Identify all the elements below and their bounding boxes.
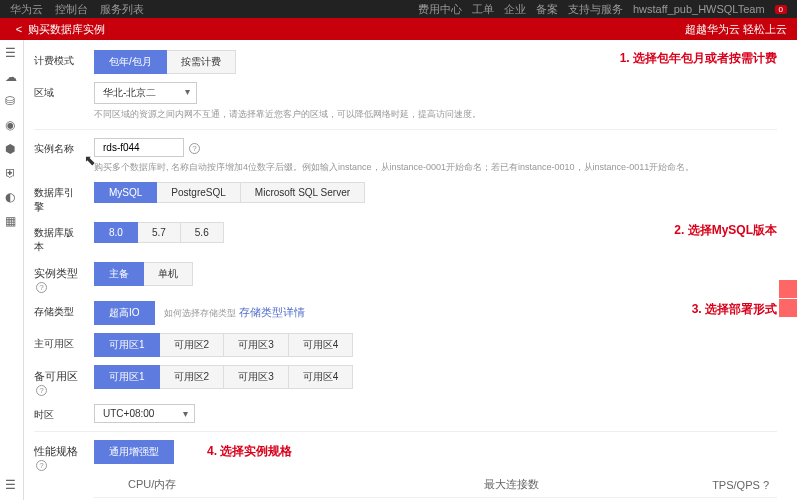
nav-cost[interactable]: 费用中心 [418, 2, 462, 17]
storage-ultraio[interactable]: 超高IO [94, 301, 155, 325]
type-ha[interactable]: 主备 [94, 262, 144, 286]
tz-label: 时区 [34, 404, 82, 422]
engine-group: MySQL PostgreSQL Microsoft SQL Server [94, 182, 777, 203]
version-label: 数据库版本 [34, 222, 82, 254]
nav-user[interactable]: hwstaff_pub_HWSQLTeam [633, 3, 765, 15]
name-hint: 购买多个数据库时, 名称自动按序增加4位数字后缀。例如输入instance，从i… [94, 161, 777, 174]
monitor-icon[interactable]: ◐ [5, 190, 19, 204]
top-nav-right: 费用中心 工单 企业 备案 支持与服务 hwstaff_pub_HWSQLTea… [418, 2, 787, 17]
type-group: 主备 单机 [94, 262, 777, 286]
version-56[interactable]: 5.6 [181, 222, 224, 243]
standby-az1[interactable]: 可用区1 [94, 365, 160, 389]
page-header: < 购买数据库实例 超越华为云 轻松上云 [0, 18, 797, 40]
primary-az4[interactable]: 可用区4 [289, 333, 354, 357]
primary-label: 主可用区 [34, 333, 82, 351]
type-single[interactable]: 单机 [144, 262, 193, 286]
billing-ondemand[interactable]: 按需计费 [167, 50, 236, 74]
nav-enterprise[interactable]: 企业 [504, 2, 526, 17]
version-80[interactable]: 8.0 [94, 222, 138, 243]
logo[interactable]: 华为云 [10, 2, 43, 17]
storage-hint: 如何选择存储类型 [164, 308, 236, 318]
engine-pg[interactable]: PostgreSQL [157, 182, 240, 203]
annotation-2: 2. 选择MySQL版本 [674, 222, 777, 239]
storage-link[interactable]: 存储类型详情 [239, 306, 305, 318]
msg-badge[interactable]: 0 [775, 5, 787, 14]
top-nav: 华为云 控制台 服务列表 费用中心 工单 企业 备案 支持与服务 hwstaff… [0, 0, 797, 18]
billing-label: 计费模式 [34, 50, 82, 68]
help-icon[interactable]: ? [763, 479, 769, 491]
standby-az4[interactable]: 可用区4 [289, 365, 354, 389]
storage-group: 超高IO 如何选择存储类型 存储类型详情 [94, 301, 650, 325]
support-icon[interactable] [779, 299, 797, 317]
billing-toggle: 包年/包月 按需计费 [94, 50, 578, 74]
primary-az3[interactable]: 可用区3 [224, 333, 289, 357]
back-icon[interactable]: < [10, 23, 28, 35]
nav-console[interactable]: 控制台 [55, 2, 88, 17]
feedback-icon[interactable] [779, 280, 797, 298]
name-label: 实例名称 [34, 138, 82, 156]
top-nav-left: 华为云 控制台 服务列表 [10, 2, 144, 17]
engine-mysql[interactable]: MySQL [94, 182, 157, 203]
col-tps: TPS/QPS ? [547, 472, 777, 498]
annotation-3: 3. 选择部署形式 [692, 301, 777, 318]
primary-group: 可用区1 可用区2 可用区3 可用区4 [94, 333, 777, 357]
header-right: 超越华为云 轻松上云 [685, 22, 787, 37]
spec-table: CPU/内存 最大连接数 TPS/QPS ? 8 核 | 64 GB18,000… [94, 472, 777, 500]
primary-az2[interactable]: 可用区2 [160, 333, 225, 357]
perf-tab[interactable]: 通用增强型 [94, 440, 174, 464]
engine-label: 数据库引擎 [34, 182, 82, 214]
perf-label: 性能规格 ? [34, 440, 82, 471]
version-57[interactable]: 5.7 [138, 222, 181, 243]
menu-icon[interactable]: ☰ [5, 46, 19, 60]
security-icon[interactable]: ⛨ [5, 166, 19, 180]
billing-yearly[interactable]: 包年/包月 [94, 50, 167, 74]
float-tools [779, 280, 797, 318]
storage-label: 存储类型 [34, 301, 82, 319]
annotation-4: 4. 选择实例规格 [207, 444, 292, 458]
region-hint: 不同区域的资源之间内网不互通，请选择靠近您客户的区域，可以降低网络时延，提高访问… [94, 108, 777, 121]
version-group: 8.0 5.7 5.6 [94, 222, 632, 243]
annotation-1: 1. 选择包年包月或者按需计费 [620, 50, 777, 67]
cloud-icon[interactable]: ☁ [5, 70, 19, 84]
type-label: 实例类型 ? [34, 262, 82, 293]
nav-services[interactable]: 服务列表 [100, 2, 144, 17]
app-icon[interactable]: ▦ [5, 214, 19, 228]
standby-az3[interactable]: 可用区3 [224, 365, 289, 389]
page-title: 购买数据库实例 [28, 22, 105, 37]
col-cpu: CPU/内存 [120, 472, 357, 498]
storage-icon[interactable]: ⬢ [5, 142, 19, 156]
region-select[interactable]: 华北-北京二 [94, 82, 197, 104]
help-icon[interactable]: ? [36, 460, 47, 471]
col-conn: 最大连接数 [357, 472, 547, 498]
help-icon[interactable]: ? [36, 282, 47, 293]
nav-ticket[interactable]: 工单 [472, 2, 494, 17]
main-content: ⬉ 计费模式 包年/包月 按需计费 1. 选择包年包月或者按需计费 区域 华北-… [24, 40, 797, 500]
standby-group: 可用区1 可用区2 可用区3 可用区4 [94, 365, 777, 389]
sidebar: ☰ ☁ ⛁ ◉ ⬢ ⛨ ◐ ▦ ☰ [0, 40, 24, 500]
help-icon[interactable]: ? [36, 385, 47, 396]
nav-support[interactable]: 支持与服务 [568, 2, 623, 17]
help-icon[interactable]: ? [189, 143, 200, 154]
tz-select[interactable]: UTC+08:00 [94, 404, 195, 423]
region-label: 区域 [34, 82, 82, 100]
name-input[interactable] [94, 138, 184, 157]
standby-label: 备可用区 ? [34, 365, 82, 396]
net-icon[interactable]: ◉ [5, 118, 19, 132]
standby-az2[interactable]: 可用区2 [160, 365, 225, 389]
collapse-icon[interactable]: ☰ [5, 478, 19, 492]
primary-az1[interactable]: 可用区1 [94, 333, 160, 357]
db-icon[interactable]: ⛁ [5, 94, 19, 108]
engine-mssql[interactable]: Microsoft SQL Server [241, 182, 365, 203]
nav-icp[interactable]: 备案 [536, 2, 558, 17]
